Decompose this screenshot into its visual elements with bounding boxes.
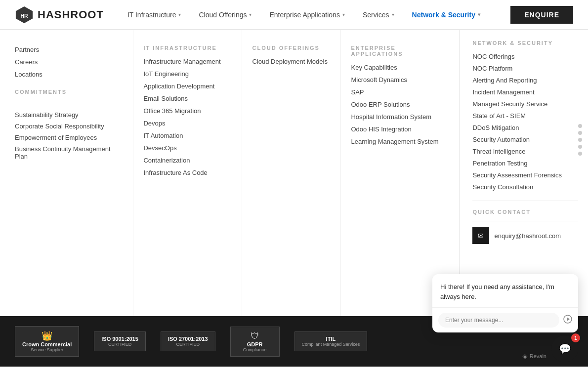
svg-text:HR: HR <box>20 13 28 18</box>
revain-branding: ◈ Revain <box>522 352 546 360</box>
devsecops-link[interactable]: DevsecOps <box>143 144 232 152</box>
nav-cloud-offerings[interactable]: Cloud Offerings ▾ <box>190 0 260 30</box>
it-col-links: Infrastructure Management IoT Engineerin… <box>143 58 232 176</box>
it-column: IT INFRASTRUCTURE Infrastructure Managem… <box>133 30 242 316</box>
o365-migration-link[interactable]: Office 365 Migration <box>143 107 232 115</box>
chevron-down-icon: ▾ <box>342 12 345 17</box>
containerization-link[interactable]: Containerization <box>143 157 232 164</box>
ns-links: NOC Offerings NOC Platform Alerting And … <box>472 53 578 191</box>
left-column: Partners Careers Locations COMMITMENTS S… <box>0 30 133 316</box>
crown-cert: 👑 Crown Commercial Service Supplier <box>15 326 79 357</box>
incident-mgmt-link[interactable]: Incident Management <box>472 88 578 96</box>
revain-text: Revain <box>530 353 546 359</box>
noc-offerings-link[interactable]: NOC Offerings <box>472 53 578 60</box>
dot-5[interactable] <box>578 152 582 156</box>
iot-engineering-link[interactable]: IoT Engineering <box>143 70 232 78</box>
dot-1[interactable] <box>578 124 582 128</box>
logo-text: HASHROOT <box>38 8 104 21</box>
sec-assessment-link[interactable]: Security Assessment Forensics <box>472 171 578 179</box>
cloud-col-heading: CLOUD OFFERINGS <box>252 45 331 51</box>
enquire-button[interactable]: ENQUIRE <box>510 6 573 24</box>
center-columns: IT INFRASTRUCTURE Infrastructure Managem… <box>133 30 460 316</box>
partners-link[interactable]: Partners <box>15 45 118 54</box>
top-links: Partners Careers Locations <box>15 45 118 79</box>
qc-email-row: ✉ enquiry@hashroot.com <box>472 221 578 244</box>
commitments-divider <box>15 102 118 102</box>
iso-27001-cert: ISO 27001:2013 CERTIFIED <box>161 331 215 351</box>
email-icon: ✉ <box>472 227 489 244</box>
chevron-down-icon: ▾ <box>178 12 181 17</box>
chat-input-area <box>432 308 578 332</box>
quick-contact: QUICK CONTACT ✉ enquiry@hashroot.com <box>472 201 578 244</box>
email-solutions-link[interactable]: Email Solutions <box>143 95 232 102</box>
locations-link[interactable]: Locations <box>15 70 118 79</box>
nav-it-infrastructure[interactable]: IT Infrastructure ▾ <box>119 0 190 30</box>
hospital-info-link[interactable]: Hospital Information System <box>351 113 449 121</box>
chevron-down-icon: ▾ <box>249 12 252 17</box>
cloud-column: CLOUD OFFERINGS Cloud Deployment Models <box>242 30 341 316</box>
nav-enterprise-applications[interactable]: Enterprise Applications ▾ <box>260 0 353 30</box>
enterprise-col-heading: ENTERPRISE APPLICATIONS <box>351 45 449 57</box>
chat-header: Hi there! If you need any assistance, I'… <box>432 274 578 308</box>
svg-marker-3 <box>567 317 570 321</box>
careers-link[interactable]: Careers <box>15 57 118 67</box>
key-capabilities-link[interactable]: Key Capabilities <box>351 64 449 71</box>
chat-input[interactable] <box>438 313 559 328</box>
empowerment-link[interactable]: Empowerment of Employees <box>15 132 118 143</box>
chat-send-button[interactable] <box>563 315 572 326</box>
app-dev-link[interactable]: Application Development <box>143 83 232 90</box>
alerting-reporting-link[interactable]: Alerting And Reporting <box>472 77 578 84</box>
security-automation-link[interactable]: Security Automation <box>472 136 578 143</box>
dot-3[interactable] <box>578 138 582 142</box>
state-of-art-link[interactable]: State of Art - SIEM <box>472 112 578 120</box>
dot-4[interactable] <box>578 145 582 149</box>
cloud-deployment-link[interactable]: Cloud Deployment Models <box>252 58 331 65</box>
nav-services-label: Services <box>363 11 389 19</box>
logo[interactable]: HR HASHROOT <box>15 5 104 24</box>
sap-link[interactable]: SAP <box>351 88 449 96</box>
logo-icon: HR <box>15 5 34 24</box>
csr-link[interactable]: Corporate Social Responsibility <box>15 121 118 132</box>
dot-2[interactable] <box>578 131 582 135</box>
infra-mgmt-link[interactable]: Infrastructure Management <box>143 58 232 65</box>
ns-column: NETWORK & SECURITY NOC Offerings NOC Pla… <box>460 30 588 316</box>
nav-cloud-label: Cloud Offerings <box>199 11 247 19</box>
enterprise-column: ENTERPRISE APPLICATIONS Key Capabilities… <box>341 30 460 316</box>
gdpr-cert: 🛡 GDPR Compliance <box>230 327 280 357</box>
sec-consultation-link[interactable]: Security Consultation <box>472 183 578 191</box>
odoo-his-link[interactable]: Odoo HIS Integration <box>351 125 449 133</box>
chat-widget: Hi there! If you need any assistance, I'… <box>432 274 578 332</box>
lms-link[interactable]: Learning Management System <box>351 138 449 145</box>
sustainability-link[interactable]: Sustainability Strategy <box>15 109 118 121</box>
business-continuity-link[interactable]: Business Continuity Management Plan <box>15 143 118 162</box>
chat-greeting: Hi there! If you need any assistance, I'… <box>440 282 570 301</box>
managed-security-link[interactable]: Managed Security Service <box>472 100 578 108</box>
carousel-dots <box>578 124 582 156</box>
chevron-down-icon: ▾ <box>478 12 480 17</box>
revain-icon: ◈ <box>522 352 528 360</box>
chevron-down-icon: ▾ <box>392 12 394 17</box>
nav-services[interactable]: Services ▾ <box>354 0 403 30</box>
qc-email-address[interactable]: enquiry@hashroot.com <box>494 232 561 240</box>
devops-link[interactable]: Devops <box>143 120 232 127</box>
noc-platform-link[interactable]: NOC Platform <box>472 65 578 72</box>
iso-9001-cert: ISO 9001:2015 CERTIFIED <box>94 331 146 351</box>
threat-intel-link[interactable]: Threat Intelligence <box>472 148 578 155</box>
footer-bottom: Privacy Policy | Terms of Service | Non … <box>0 367 588 372</box>
ddos-link[interactable]: DDoS Mitigation <box>472 124 578 131</box>
ms-dynamics-link[interactable]: Microsoft Dynamics <box>351 76 449 83</box>
navbar: HR HASHROOT IT Infrastructure ▾ Cloud Of… <box>0 0 588 30</box>
iac-link[interactable]: Infrastructure As Code <box>143 169 232 176</box>
commitments-heading: COMMITMENTS <box>15 89 118 95</box>
cloud-col-links: Cloud Deployment Models <box>252 58 331 65</box>
chat-bubble-button[interactable]: 💬 1 <box>551 335 578 362</box>
nav-it-label: IT Infrastructure <box>127 11 176 19</box>
it-automation-link[interactable]: IT Automation <box>143 132 232 139</box>
odoo-erp-link[interactable]: Odoo ERP Solutions <box>351 101 449 108</box>
itil-cert: ITIL Compliant Managed Services <box>294 331 368 351</box>
nav-network-security[interactable]: Network & Security ▾ <box>403 0 489 30</box>
nav-items: IT Infrastructure ▾ Cloud Offerings ▾ En… <box>119 0 510 30</box>
qc-heading: QUICK CONTACT <box>472 209 578 215</box>
pen-testing-link[interactable]: Penetration Testing <box>472 160 578 167</box>
it-col-heading: IT INFRASTRUCTURE <box>143 45 232 51</box>
